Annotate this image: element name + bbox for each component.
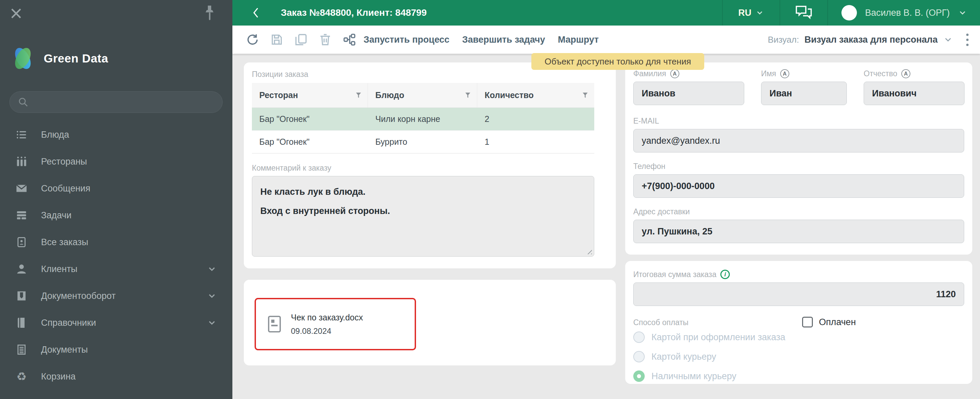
user-menu[interactable]: Василев В. В. (ОРГ) — [828, 0, 980, 25]
start-process-button[interactable]: Запустить процесс — [364, 35, 449, 45]
filter-icon[interactable] — [581, 92, 589, 99]
text-type-icon — [901, 69, 910, 78]
total-input[interactable]: 1120 — [633, 282, 964, 306]
complete-task-button[interactable]: Завершить задачу — [462, 35, 545, 45]
chevron-down-icon — [943, 35, 953, 45]
column-label: Ресторан — [259, 90, 298, 100]
column-header-restaurant[interactable]: Ресторан — [252, 83, 368, 108]
sidebar-item-clients[interactable]: Клиенты — [0, 256, 232, 282]
radio-label: Наличными курьеру — [651, 371, 737, 382]
radio-label: Картой курьеру — [651, 352, 716, 362]
toolbar-icons — [246, 33, 356, 46]
email-input[interactable]: yandex@yandex.ru — [633, 129, 964, 152]
attachment-date: 09.08.2024 — [291, 326, 363, 336]
paid-checkbox-row[interactable]: Оплачен — [802, 317, 856, 328]
address-input[interactable]: ул. Пушкина, 25 — [633, 220, 964, 243]
cell-qty: 2 — [477, 114, 594, 124]
trash-icon[interactable] — [318, 33, 332, 46]
lastname-input[interactable]: Иванов — [633, 82, 744, 105]
positions-table: Ресторан Блюдо Количество Бар "Огонек" Ч… — [252, 83, 594, 154]
table-row[interactable]: Бар "Огонек" Чили корн карне 2 — [252, 108, 594, 131]
sidebar-item-label: Сообщения — [41, 184, 91, 194]
green-data-logo-icon — [10, 45, 36, 72]
copy-icon[interactable] — [294, 33, 308, 46]
filter-icon[interactable] — [464, 92, 471, 99]
page-title: Заказ №848800, Клиент: 848799 — [281, 7, 427, 18]
sidebar-item-label: Документы — [41, 345, 88, 355]
close-sidebar-icon[interactable] — [9, 6, 24, 21]
visual-value: Визуал заказа для персонала — [805, 35, 938, 45]
comment-textarea[interactable]: Не класть лук в блюда. Вход с внутренней… — [252, 176, 594, 256]
sidebar-item-restaurants[interactable]: Рестораны — [0, 148, 232, 175]
filter-icon[interactable] — [355, 92, 362, 99]
client-card: Фамилия Иванов Имя Иван Отчество Иванови… — [625, 62, 972, 255]
chevron-down-icon — [958, 8, 967, 17]
envelope-icon — [15, 182, 28, 195]
route-button[interactable]: Маршрут — [558, 35, 599, 45]
refresh-icon[interactable] — [246, 33, 259, 46]
field-address: Адрес доставки ул. Пушкина, 25 — [633, 207, 964, 243]
sidebar-item-dishes[interactable]: Блюда — [0, 121, 232, 148]
payment-method-option-card-courier[interactable]: Картой курьеру — [633, 347, 964, 366]
checkbox-icon — [802, 317, 813, 328]
sidebar-item-label: Клиенты — [41, 264, 77, 274]
tasks-icon — [15, 209, 28, 221]
comment-area-wrap: Не класть лук в блюда. Вход с внутренней… — [252, 176, 594, 258]
table-row[interactable]: Бар "Огонек" Буррито 1 — [252, 131, 594, 153]
cell-dish: Буррито — [368, 137, 477, 147]
pin-icon[interactable] — [203, 4, 216, 23]
sidebar-item-label: Блюда — [41, 130, 69, 140]
sidebar-item-documents[interactable]: Документы — [0, 336, 232, 363]
sidebar-item-label: Документооборот — [41, 291, 116, 301]
field-label: Отчество — [864, 69, 897, 78]
middlename-input[interactable]: Иванович — [864, 82, 964, 105]
back-button[interactable] — [251, 6, 262, 19]
phone-input[interactable]: +7(900)-000-0000 — [633, 174, 964, 198]
sidebar-item-label: Рестораны — [41, 157, 87, 167]
search-input[interactable] — [34, 97, 222, 108]
info-icon[interactable] — [721, 270, 730, 279]
recycle-icon: ♻ — [15, 371, 28, 382]
chat-icon — [795, 5, 813, 21]
sidebar-item-docflow[interactable]: Документооборот — [0, 282, 232, 309]
share-process-icon[interactable] — [343, 33, 356, 46]
sidebar-item-label: Все заказы — [41, 237, 88, 247]
sidebar-item-messages[interactable]: Сообщения — [0, 175, 232, 202]
sidebar-item-tasks[interactable]: Задачи — [0, 202, 232, 229]
save-icon[interactable] — [270, 33, 283, 46]
column-header-dish[interactable]: Блюдо — [368, 83, 477, 108]
field-label: Имя — [761, 69, 776, 78]
language-selector[interactable]: RU — [723, 0, 780, 25]
firstname-input[interactable]: Иван — [761, 82, 847, 105]
chat-button[interactable] — [780, 0, 827, 25]
column-label: Блюдо — [375, 90, 404, 100]
sidebar-item-all-orders[interactable]: Все заказы — [0, 229, 232, 256]
inbox-icon — [15, 290, 28, 302]
sidebar-item-trash[interactable]: ♻ Корзина — [0, 363, 232, 390]
column-header-qty[interactable]: Количество — [477, 83, 594, 108]
total-label: Итоговая сумма заказа — [633, 270, 716, 279]
book-icon — [15, 317, 28, 329]
sidebar-item-references[interactable]: Справочники — [0, 309, 232, 336]
person-icon — [15, 263, 28, 275]
cell-qty: 1 — [477, 137, 594, 147]
topbar-right: RU Василев В. В. (ОРГ) — [722, 0, 980, 25]
kebab-menu-icon[interactable] — [961, 32, 974, 48]
name-fields-row: Фамилия Иванов Имя Иван Отчество Иванови… — [633, 69, 964, 105]
payment-method-option-cash-courier[interactable]: Наличными курьеру — [633, 367, 964, 386]
toolbar: Запустить процесс Завершить задачу Маршр… — [232, 25, 980, 54]
attachment-item[interactable]: Чек по заказу.docx 09.08.2024 — [255, 298, 416, 350]
chevron-down-icon — [207, 291, 217, 301]
field-email: E-MAIL yandex@yandex.ru — [633, 117, 964, 152]
chevron-down-icon — [207, 264, 217, 274]
paid-label: Оплачен — [819, 317, 856, 328]
sidebar-item-label: Задачи — [41, 210, 72, 221]
visual-selector[interactable]: Визуал: Визуал заказа для персонала — [768, 35, 953, 45]
chevron-down-icon — [755, 8, 764, 17]
grid-icon — [15, 155, 28, 168]
user-name: Василев В. В. (ОРГ) — [865, 8, 950, 18]
field-label: Фамилия — [633, 69, 666, 78]
payment-method-option-card-online[interactable]: Картой при оформлении заказа — [633, 328, 964, 347]
table-header: Ресторан Блюдо Количество — [252, 83, 594, 108]
list-icon — [15, 129, 28, 141]
